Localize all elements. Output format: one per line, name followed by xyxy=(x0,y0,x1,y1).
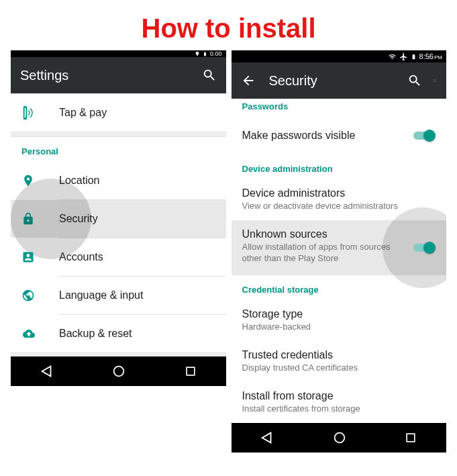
settings-item-location[interactable]: Location xyxy=(11,162,226,199)
item-trusted-credentials[interactable]: Trusted credentials Display trusted CA c… xyxy=(232,341,447,382)
settings-item-tap-pay[interactable]: Tap & pay xyxy=(11,94,226,132)
account-icon xyxy=(21,250,59,264)
item-label: Tap & pay xyxy=(59,107,215,119)
settings-item-security[interactable]: Security xyxy=(11,200,226,238)
security-screen: 8:56PM Security Passwords Make passwords… xyxy=(232,50,447,453)
item-label: Storage type xyxy=(242,308,436,320)
status-bar: 0.00 xyxy=(11,50,226,57)
item-device-admins[interactable]: Device administrators View or deactivate… xyxy=(232,179,447,220)
item-label: Security xyxy=(59,213,215,225)
settings-item-backup[interactable]: Backup & reset xyxy=(11,315,226,352)
nav-recent-icon[interactable] xyxy=(404,431,417,444)
page-heading: How to install xyxy=(0,0,457,50)
item-label: Language & input xyxy=(59,289,215,301)
item-sub: Install certificates from storage xyxy=(242,403,436,415)
item-sub: Display trusted CA certificates xyxy=(242,363,436,374)
svg-point-2 xyxy=(334,432,344,442)
location-status-icon xyxy=(195,51,200,56)
item-storage-type[interactable]: Storage type Hardware-backed xyxy=(232,300,447,341)
item-label: Device administrators xyxy=(242,187,436,199)
settings-screen: 0.00 Settings Tap & pay Personal Loc xyxy=(11,50,226,453)
passwords-visible-switch[interactable] xyxy=(411,129,436,142)
location-icon xyxy=(21,173,59,188)
item-label: Backup & reset xyxy=(59,328,215,340)
item-install-storage[interactable]: Install from storage Install certificate… xyxy=(232,382,447,423)
wifi-icon xyxy=(388,53,397,60)
item-label: Install from storage xyxy=(242,390,436,402)
backup-icon xyxy=(21,328,59,340)
section-gap xyxy=(11,132,226,137)
battery-icon xyxy=(411,52,417,61)
nav-recent-icon[interactable] xyxy=(184,365,197,378)
appbar-title: Security xyxy=(269,73,397,89)
back-arrow-icon[interactable] xyxy=(241,73,256,88)
battery-status-icon xyxy=(203,51,207,57)
item-label: Unknown sources xyxy=(242,228,412,240)
nav-back-icon[interactable] xyxy=(260,430,274,445)
more-icon[interactable] xyxy=(433,73,437,88)
nav-back-icon[interactable] xyxy=(40,364,54,379)
nav-home-icon[interactable] xyxy=(111,364,126,379)
section-header-credential: Credential storage xyxy=(232,275,447,300)
status-time: 8:56PM xyxy=(419,52,442,60)
appbar-title: Settings xyxy=(20,68,191,83)
item-unknown-sources[interactable]: Unknown sources Allow installation of ap… xyxy=(232,220,447,275)
navbar xyxy=(11,356,226,386)
nav-home-icon[interactable] xyxy=(332,430,347,445)
svg-rect-3 xyxy=(407,434,415,442)
item-label: Location xyxy=(59,175,215,187)
item-sub: View or deactivate device administrators xyxy=(242,201,436,212)
section-header-personal: Personal xyxy=(11,137,226,162)
item-sub: Hardware-backed xyxy=(242,322,436,333)
section-header-passwords: Passwords xyxy=(232,99,447,117)
status-bar: 8:56PM xyxy=(232,50,447,62)
tap-pay-icon xyxy=(21,105,59,120)
settings-item-language[interactable]: Language & input xyxy=(11,277,226,314)
search-icon[interactable] xyxy=(407,73,422,88)
search-icon[interactable] xyxy=(202,68,217,83)
lock-icon xyxy=(21,211,59,226)
navbar xyxy=(232,423,447,453)
globe-icon xyxy=(21,289,59,302)
item-passwords-visible[interactable]: Make passwords visible xyxy=(232,117,447,154)
item-label: Accounts xyxy=(59,251,215,263)
unknown-sources-switch[interactable] xyxy=(411,241,436,254)
section-header-device-admin: Device administration xyxy=(232,154,447,179)
appbar: Settings xyxy=(11,57,226,93)
item-label: Trusted credentials xyxy=(242,349,436,361)
settings-item-accounts[interactable]: Accounts xyxy=(11,238,226,276)
appbar: Security xyxy=(232,62,447,99)
svg-point-0 xyxy=(114,367,124,377)
status-time: 0.00 xyxy=(210,50,222,57)
airplane-icon xyxy=(399,52,408,61)
item-sub: Allow installation of apps from sources … xyxy=(242,242,412,265)
item-label: Make passwords visible xyxy=(242,130,412,142)
svg-rect-1 xyxy=(187,367,195,375)
